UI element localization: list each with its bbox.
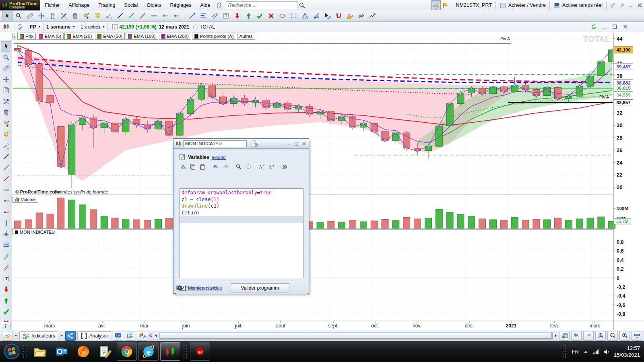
line-green-icon[interactable] <box>1 162 11 173</box>
crosshair-icon[interactable] <box>1 229 11 239</box>
indicator-button-ema-50-[interactable]: EMA (50) <box>95 33 125 40</box>
chart-close-icon[interactable] <box>621 24 630 30</box>
code-editor[interactable]: defparam drawonlastbaronly=truec1 = clos… <box>180 188 303 278</box>
line-black-icon[interactable] <box>115 11 125 21</box>
buy-sell-button[interactable]: Acheter / Vendre <box>498 1 547 10</box>
help-icon[interactable]: ? <box>251 140 258 147</box>
hline-black-icon[interactable] <box>149 11 159 21</box>
pin-icon[interactable] <box>617 1 626 10</box>
video-training-link[interactable]: Formations vidéo <box>185 285 222 291</box>
editor-copy-icon[interactable] <box>188 163 197 171</box>
cursor-icon[interactable] <box>2 11 12 21</box>
ruler-icon[interactable] <box>25 11 35 21</box>
price-chart[interactable]: TOTALmarsavr.maijuinjuil.aoûtsept.oct.no… <box>0 33 644 330</box>
zoom-out-button[interactable] <box>607 331 618 341</box>
copy-icon[interactable] <box>47 11 58 21</box>
timeframe-dropdown[interactable]: 1 semaine▼ <box>46 24 75 30</box>
magnet-icon[interactable] <box>333 11 344 21</box>
cursor-undo-icon[interactable] <box>322 11 332 21</box>
indicator-button-points-pivots-a-[interactable]: Points pivots (A) <box>192 33 236 40</box>
editor-magnifier-icon[interactable] <box>234 163 243 171</box>
pencil-green-icon[interactable] <box>1 251 11 261</box>
arrow-up-icon[interactable] <box>1 295 11 306</box>
dialog-close-button[interactable] <box>301 140 307 147</box>
editor-paste-icon[interactable] <box>198 163 207 171</box>
indicator-button-autres[interactable]: Autres <box>237 33 255 40</box>
refresh-icon[interactable] <box>589 24 598 30</box>
chart-type-icon[interactable] <box>2 23 10 30</box>
instrument-radio[interactable]: TOTAL <box>193 24 215 30</box>
redo-button[interactable] <box>583 331 594 341</box>
draw-tool-button[interactable] <box>2 331 12 341</box>
draw-indicator-icon[interactable] <box>431 0 441 10</box>
add-variable-link[interactable]: ajouter <box>212 155 226 160</box>
vline-icon[interactable] <box>1 218 11 228</box>
scrollbar-thumb[interactable] <box>160 333 552 339</box>
indicator-button-ema-100-[interactable]: EMA (100) <box>126 33 158 40</box>
text-tool-icon[interactable]: T <box>1 273 11 284</box>
taskbar-ie-window[interactable]: e <box>138 342 159 361</box>
zigzag2-icon[interactable] <box>367 11 378 21</box>
hline-green-dot-icon[interactable] <box>1 196 11 206</box>
line-red-icon[interactable] <box>137 11 148 21</box>
triangle-icon[interactable] <box>299 11 310 21</box>
editor-undo-icon[interactable] <box>211 163 220 171</box>
time-scrollbar[interactable] <box>159 332 553 339</box>
chart-tools-button[interactable] <box>137 331 147 341</box>
editor-comment2-icon[interactable]: // <box>244 163 253 171</box>
menu-trading[interactable]: Trading <box>94 2 120 8</box>
start-button[interactable] <box>2 342 21 361</box>
indicator-button-ema-20-[interactable]: EMA (20) <box>64 33 94 40</box>
collapse-indicators-button[interactable]: ▲ <box>12 33 16 39</box>
go-to-date-button[interactable] <box>559 331 570 341</box>
fib-icon[interactable]: F <box>198 11 208 21</box>
taskbar-64-window[interactable]: 64 <box>190 342 210 361</box>
speaker-icon[interactable] <box>603 348 610 355</box>
arrow-down-icon[interactable] <box>232 11 242 21</box>
alarm-add-icon[interactable] <box>1 118 11 129</box>
editor-font-plus-icon[interactable]: A <box>267 163 276 171</box>
alarm-add-icon[interactable] <box>81 11 91 21</box>
language-indicator[interactable]: FR <box>572 349 579 355</box>
network-icon[interactable] <box>593 348 600 355</box>
hline-red-dot-icon[interactable] <box>1 207 11 217</box>
polygon-icon[interactable] <box>288 11 299 21</box>
line-red-icon[interactable] <box>1 174 11 184</box>
trash-icon[interactable] <box>1 107 11 118</box>
taskbar-chrome-window[interactable] <box>117 342 137 361</box>
analyze-button[interactable]: Analyser <box>77 331 111 340</box>
pencil-red-icon[interactable] <box>1 262 11 273</box>
editor-cut-icon[interactable] <box>179 163 188 171</box>
editor-font-minus-icon[interactable]: A <box>257 163 266 171</box>
trend-icon[interactable] <box>187 11 197 21</box>
alarm-icon[interactable] <box>1 130 11 140</box>
menu-objets[interactable]: Objets <box>142 2 165 8</box>
volume-pane-label[interactable]: Volume <box>12 196 38 203</box>
channel-icon[interactable] <box>209 11 220 21</box>
validate-program-button[interactable]: Valider programm <box>231 283 289 292</box>
lock-pencil-icon[interactable] <box>345 11 355 21</box>
editor-redo-icon[interactable] <box>221 163 230 171</box>
segment-icon[interactable] <box>1 140 11 151</box>
move-icon[interactable] <box>1 74 11 84</box>
line-green-icon[interactable] <box>126 11 136 21</box>
realtime-toggle[interactable]: Activer temps réel <box>552 1 604 10</box>
zoom-select-button[interactable] <box>595 331 606 341</box>
check-icon[interactable] <box>254 11 265 21</box>
menu-aide[interactable]: Aide <box>196 2 215 8</box>
text-tool-icon[interactable]: T <box>221 11 231 21</box>
windows-layout-button[interactable] <box>125 331 135 341</box>
tools-icon[interactable] <box>1 96 11 107</box>
cursor-icon[interactable] <box>1 41 11 51</box>
zigzag1-icon[interactable] <box>356 11 366 21</box>
minimize-icon[interactable] <box>626 1 635 10</box>
taskbar-firefox-icon[interactable] <box>75 343 92 360</box>
indicators-button[interactable]: Indicateurs <box>19 331 58 340</box>
taskbar-explorer-icon[interactable] <box>31 343 48 360</box>
settings-icon[interactable] <box>609 1 617 10</box>
menu-fichier[interactable]: Fichier <box>40 2 64 8</box>
menu-réglages[interactable]: Réglages <box>166 2 196 8</box>
clock[interactable]: 12:57 15/03/2021 <box>614 345 640 358</box>
comments-button[interactable] <box>113 331 123 341</box>
workspace-name[interactable]: NM21STX_PRT <box>454 2 493 8</box>
